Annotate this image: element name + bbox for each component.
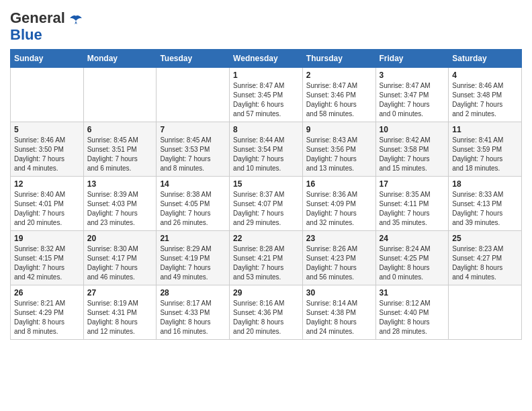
calendar-cell: 8Sunrise: 8:44 AM Sunset: 3:54 PM Daylig… [230,122,303,176]
day-number: 21 [160,234,226,243]
column-header-tuesday: Tuesday [157,49,230,67]
calendar-cell: 10Sunrise: 8:42 AM Sunset: 3:58 PM Dayli… [375,122,449,176]
day-number: 27 [87,288,153,298]
calendar-table: SundayMondayTuesdayWednesdayThursdayFrid… [10,49,522,340]
day-number: 30 [306,288,372,298]
day-number: 25 [452,234,518,243]
column-header-friday: Friday [375,49,449,67]
day-info: Sunrise: 8:42 AM Sunset: 3:58 PM Dayligh… [380,136,431,172]
logo-text: General Blue [10,9,84,44]
column-header-monday: Monday [83,49,157,67]
day-info: Sunrise: 8:47 AM Sunset: 3:45 PM Dayligh… [233,82,284,118]
day-number: 20 [87,234,153,243]
calendar-cell [83,67,157,122]
day-number: 29 [233,288,299,298]
calendar-cell: 1Sunrise: 8:47 AM Sunset: 3:45 PM Daylig… [230,67,303,122]
calendar-cell: 14Sunrise: 8:38 AM Sunset: 4:05 PM Dayli… [157,176,230,230]
day-number: 16 [306,179,372,189]
day-number: 28 [160,288,226,298]
calendar-cell: 4Sunrise: 8:46 AM Sunset: 3:48 PM Daylig… [449,67,522,122]
column-header-saturday: Saturday [449,49,522,67]
day-info: Sunrise: 8:43 AM Sunset: 3:56 PM Dayligh… [306,136,357,172]
calendar-cell: 24Sunrise: 8:24 AM Sunset: 4:25 PM Dayli… [375,230,449,285]
calendar-cell: 31Sunrise: 8:12 AM Sunset: 4:40 PM Dayli… [375,285,449,339]
day-info: Sunrise: 8:37 AM Sunset: 4:07 PM Dayligh… [233,191,284,226]
day-info: Sunrise: 8:47 AM Sunset: 3:47 PM Dayligh… [380,82,431,118]
calendar-cell [157,67,230,122]
day-info: Sunrise: 8:19 AM Sunset: 4:31 PM Dayligh… [87,300,138,335]
page-header: General Blue [10,7,522,44]
day-number: 11 [452,125,518,134]
day-info: Sunrise: 8:45 AM Sunset: 3:51 PM Dayligh… [87,136,138,172]
day-info: Sunrise: 8:21 AM Sunset: 4:29 PM Dayligh… [14,300,65,335]
day-number: 13 [87,179,153,189]
calendar-week-row: 26Sunrise: 8:21 AM Sunset: 4:29 PM Dayli… [11,285,522,339]
day-info: Sunrise: 8:46 AM Sunset: 3:48 PM Dayligh… [452,82,503,118]
day-number: 15 [233,179,299,189]
day-number: 2 [306,71,372,80]
column-header-sunday: Sunday [11,49,84,67]
calendar-cell: 27Sunrise: 8:19 AM Sunset: 4:31 PM Dayli… [83,285,157,339]
calendar-cell: 29Sunrise: 8:16 AM Sunset: 4:36 PM Dayli… [230,285,303,339]
calendar-week-row: 1Sunrise: 8:47 AM Sunset: 3:45 PM Daylig… [11,67,522,122]
day-number: 24 [380,234,445,243]
day-number: 22 [233,234,299,243]
calendar-cell: 16Sunrise: 8:36 AM Sunset: 4:09 PM Dayli… [302,176,375,230]
day-info: Sunrise: 8:38 AM Sunset: 4:05 PM Dayligh… [160,191,211,226]
day-info: Sunrise: 8:46 AM Sunset: 3:50 PM Dayligh… [14,136,65,172]
calendar-cell: 9Sunrise: 8:43 AM Sunset: 3:56 PM Daylig… [302,122,375,176]
calendar-cell: 23Sunrise: 8:26 AM Sunset: 4:23 PM Dayli… [302,230,375,285]
day-info: Sunrise: 8:32 AM Sunset: 4:15 PM Dayligh… [14,245,65,281]
calendar-cell: 26Sunrise: 8:21 AM Sunset: 4:29 PM Dayli… [11,285,84,339]
day-info: Sunrise: 8:36 AM Sunset: 4:09 PM Dayligh… [306,191,357,226]
day-number: 5 [14,125,80,134]
calendar-cell: 12Sunrise: 8:40 AM Sunset: 4:01 PM Dayli… [11,176,84,230]
day-number: 17 [380,179,445,189]
calendar-header-row: SundayMondayTuesdayWednesdayThursdayFrid… [11,49,522,67]
day-number: 19 [14,234,80,243]
day-info: Sunrise: 8:24 AM Sunset: 4:25 PM Dayligh… [380,245,431,281]
calendar-cell: 7Sunrise: 8:45 AM Sunset: 3:53 PM Daylig… [157,122,230,176]
day-number: 7 [160,125,226,134]
calendar-cell: 19Sunrise: 8:32 AM Sunset: 4:15 PM Dayli… [11,230,84,285]
logo-bird-icon [69,15,83,26]
calendar-cell: 2Sunrise: 8:47 AM Sunset: 3:46 PM Daylig… [302,67,375,122]
day-info: Sunrise: 8:12 AM Sunset: 4:40 PM Dayligh… [380,300,431,335]
calendar-week-row: 12Sunrise: 8:40 AM Sunset: 4:01 PM Dayli… [11,176,522,230]
day-number: 9 [306,125,372,134]
day-info: Sunrise: 8:17 AM Sunset: 4:33 PM Dayligh… [160,300,211,335]
calendar-cell: 6Sunrise: 8:45 AM Sunset: 3:51 PM Daylig… [83,122,157,176]
day-info: Sunrise: 8:47 AM Sunset: 3:46 PM Dayligh… [306,82,357,118]
calendar-cell: 30Sunrise: 8:14 AM Sunset: 4:38 PM Dayli… [302,285,375,339]
day-number: 26 [14,288,80,298]
calendar-cell: 22Sunrise: 8:28 AM Sunset: 4:21 PM Dayli… [230,230,303,285]
calendar-cell [449,285,522,339]
calendar-cell: 13Sunrise: 8:39 AM Sunset: 4:03 PM Dayli… [83,176,157,230]
calendar-cell: 28Sunrise: 8:17 AM Sunset: 4:33 PM Dayli… [157,285,230,339]
calendar-cell [11,67,84,122]
calendar-cell: 3Sunrise: 8:47 AM Sunset: 3:47 PM Daylig… [375,67,449,122]
day-number: 18 [452,179,518,189]
day-number: 10 [380,125,445,134]
day-info: Sunrise: 8:40 AM Sunset: 4:01 PM Dayligh… [14,191,65,226]
day-info: Sunrise: 8:45 AM Sunset: 3:53 PM Dayligh… [160,136,211,172]
day-number: 4 [452,71,518,80]
day-info: Sunrise: 8:44 AM Sunset: 3:54 PM Dayligh… [233,136,284,172]
calendar-cell: 25Sunrise: 8:23 AM Sunset: 4:27 PM Dayli… [449,230,522,285]
day-info: Sunrise: 8:26 AM Sunset: 4:23 PM Dayligh… [306,245,357,281]
day-number: 1 [233,71,299,80]
logo: General Blue [10,9,84,44]
day-number: 14 [160,179,226,189]
calendar-cell: 11Sunrise: 8:41 AM Sunset: 3:59 PM Dayli… [449,122,522,176]
calendar-cell: 15Sunrise: 8:37 AM Sunset: 4:07 PM Dayli… [230,176,303,230]
column-header-thursday: Thursday [302,49,375,67]
day-info: Sunrise: 8:39 AM Sunset: 4:03 PM Dayligh… [87,191,138,226]
day-info: Sunrise: 8:28 AM Sunset: 4:21 PM Dayligh… [233,245,284,281]
day-number: 8 [233,125,299,134]
day-info: Sunrise: 8:33 AM Sunset: 4:13 PM Dayligh… [452,191,503,226]
day-info: Sunrise: 8:41 AM Sunset: 3:59 PM Dayligh… [452,136,503,172]
calendar-cell: 18Sunrise: 8:33 AM Sunset: 4:13 PM Dayli… [449,176,522,230]
calendar-cell: 21Sunrise: 8:29 AM Sunset: 4:19 PM Dayli… [157,230,230,285]
day-number: 6 [87,125,153,134]
calendar-cell: 5Sunrise: 8:46 AM Sunset: 3:50 PM Daylig… [11,122,84,176]
